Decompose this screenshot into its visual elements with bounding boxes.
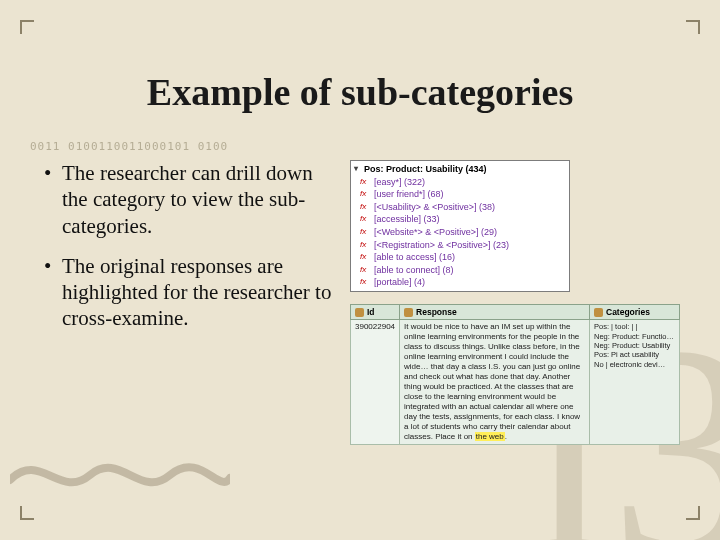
tree-child: [easy*] (322)	[354, 176, 566, 189]
col-categories: Categories	[590, 304, 680, 319]
table-row: 390022904 It would be nice to have an IM…	[351, 320, 680, 445]
corner-tr	[686, 20, 700, 34]
tree-child: [accessible] (33)	[354, 213, 566, 226]
table-header-row: Id Response Categories	[351, 304, 680, 319]
col-id: Id	[351, 304, 400, 319]
col-response: Response	[400, 304, 590, 319]
corner-tl	[20, 20, 34, 34]
tree-child: [<Registration> & <Positive>] (23)	[354, 239, 566, 252]
response-table: Id Response Categories 390022904 It woul…	[350, 304, 680, 445]
tree-child: [able to access] (16)	[354, 251, 566, 264]
col-id-label: Id	[367, 307, 375, 317]
corner-br	[686, 506, 700, 520]
cell-id: 390022904	[351, 320, 400, 445]
cell-response: It would be nice to have an IM set up wi…	[400, 320, 590, 445]
key-icon	[355, 308, 364, 317]
response-highlight: the web	[475, 432, 505, 441]
bullet-item: The original responses are highlighted f…	[40, 253, 336, 332]
tree-child: [user friend*] (68)	[354, 188, 566, 201]
bullet-item: The researcher can drill down the catego…	[40, 160, 336, 239]
content-area: The researcher can drill down the catego…	[40, 160, 680, 510]
bullet-list: The researcher can drill down the catego…	[40, 160, 336, 510]
tree-child: [<Website*> & <Positive>] (29)	[354, 226, 566, 239]
category-tree: Pos: Product: Usability (434) [easy*] (3…	[350, 160, 570, 292]
screenshots-column: Pos: Product: Usability (434) [easy*] (3…	[350, 160, 680, 510]
response-text-post: .	[505, 432, 507, 441]
tag-icon	[594, 308, 603, 317]
slide: 13 0011 0100110011000101 0100 Example of…	[0, 0, 720, 540]
slide-title: Example of sub-categories	[0, 70, 720, 114]
tree-parent: Pos: Product: Usability (434)	[354, 163, 566, 176]
corner-bl	[20, 506, 34, 520]
cell-categories: Pos: | tool: | | Neg: Product: Functio… …	[590, 320, 680, 445]
binary-strip: 0011 0100110011000101 0100	[30, 140, 340, 153]
tree-child: [<Usability> & <Positive>] (38)	[354, 201, 566, 214]
tree-child: [portable] (4)	[354, 276, 566, 289]
doc-icon	[404, 308, 413, 317]
response-text-pre: It would be nice to have an IM set up wi…	[404, 322, 580, 441]
col-response-label: Response	[416, 307, 457, 317]
col-categories-label: Categories	[606, 307, 650, 317]
tree-child: [able to connect] (8)	[354, 264, 566, 277]
